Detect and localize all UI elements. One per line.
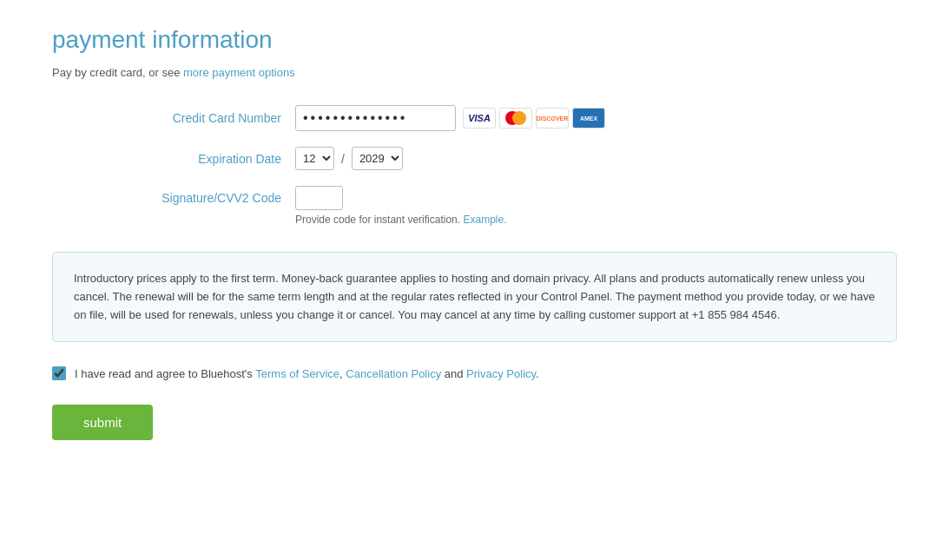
amex-icon: AMEX <box>572 108 605 128</box>
agreement-row: I have read and agree to Bluehost's Term… <box>52 366 897 380</box>
expiration-label: Expiration Date <box>52 152 295 166</box>
notice-box: Introductory prices apply to the first t… <box>52 252 897 342</box>
credit-card-input[interactable] <box>295 105 456 131</box>
credit-card-label: Credit Card Number <box>52 111 295 125</box>
notice-text: Introductory prices apply to the first t… <box>74 270 875 324</box>
cvv-label: Signature/CVV2 Code <box>52 191 295 205</box>
page-title: payment information <box>52 26 897 54</box>
mastercard-icon <box>499 108 532 128</box>
agreement-checkbox[interactable] <box>52 366 66 380</box>
expiration-control: 01 02 03 04 05 06 07 08 09 10 11 12 / 20… <box>295 147 403 170</box>
more-payment-link[interactable]: more payment options <box>183 66 295 79</box>
credit-card-control: VISA DISCOVER AMEX <box>295 105 605 131</box>
subtitle: Pay by credit card, or see more payment … <box>52 66 897 79</box>
privacy-link[interactable]: Privacy Policy <box>466 367 536 380</box>
visa-icon: VISA <box>463 108 496 128</box>
expiration-row: Expiration Date 01 02 03 04 05 06 07 08 … <box>52 147 897 170</box>
cvv-control <box>295 186 343 210</box>
payment-form: Credit Card Number VISA DISCOVER AMEX Ex… <box>52 105 897 226</box>
expiration-separator: / <box>341 152 345 166</box>
cvv-section: Signature/CVV2 Code Provide code for ins… <box>52 186 897 226</box>
credit-card-row: Credit Card Number VISA DISCOVER AMEX <box>52 105 897 131</box>
cvv-example-link[interactable]: Example. <box>463 214 506 226</box>
expiration-month-select[interactable]: 01 02 03 04 05 06 07 08 09 10 11 12 <box>295 147 334 170</box>
agreement-text: I have read and agree to Bluehost's Term… <box>75 367 539 380</box>
tos-link[interactable]: Terms of Service <box>255 367 339 380</box>
discover-icon: DISCOVER <box>536 108 569 128</box>
card-icons: VISA DISCOVER AMEX <box>463 108 605 128</box>
cvv-hint: Provide code for instant verification. E… <box>295 214 897 226</box>
submit-button[interactable]: submit <box>52 405 153 440</box>
cvv-row: Signature/CVV2 Code <box>52 186 897 210</box>
cvv-input[interactable] <box>295 186 343 210</box>
cancellation-link[interactable]: Cancellation Policy <box>346 367 441 380</box>
expiration-year-select[interactable]: 2024 2025 2026 2027 2028 2029 2030 2031 … <box>352 147 403 170</box>
